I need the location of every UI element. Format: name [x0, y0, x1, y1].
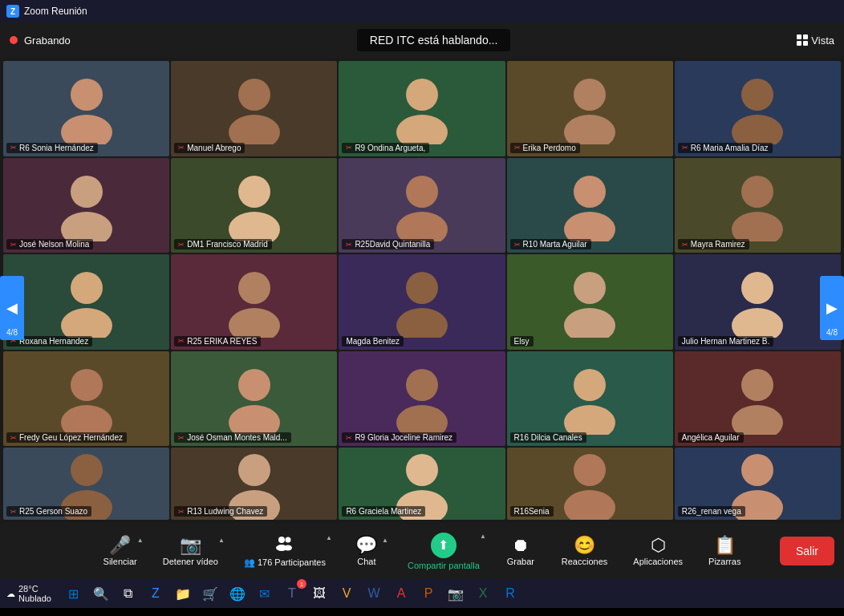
taskbar-app-edge[interactable]: 🌐 — [225, 581, 250, 606]
video-cell: R26_renan vega — [675, 448, 841, 520]
video-cell: R16 Dilcia Canales — [507, 351, 673, 447]
taskbar-app-mail[interactable]: ✉ — [252, 581, 278, 606]
participant-name: Angélica Aguilar — [682, 433, 740, 442]
video-cell: R16Senia — [507, 448, 673, 520]
toolbar-video-button[interactable]: ▲📷Detener vídeo — [150, 532, 231, 571]
taskbar-app-excel[interactable]: X — [470, 581, 496, 606]
participant-name: Mayra Ramirez — [691, 240, 745, 249]
svg-point-17 — [564, 212, 615, 241]
video-label: Detener vídeo — [163, 557, 218, 566]
taskbar-app-files[interactable]: 📁 — [170, 581, 196, 606]
taskbar-app-photos[interactable]: 🖼 — [306, 581, 332, 606]
mic-icon: ✂ — [178, 241, 185, 249]
participant-name-tag: ✂R13 Ludwing Chavez — [174, 506, 267, 517]
svg-point-10 — [71, 176, 103, 208]
svg-point-51 — [285, 537, 290, 543]
share-label: Compartir pantalla — [408, 561, 480, 570]
toolbar-whiteboards-button[interactable]: 📋Pizarras — [696, 532, 753, 571]
svg-point-48 — [741, 454, 773, 486]
participant-name-tag: ✂R9 Gloria Joceline Ramirez — [342, 432, 456, 443]
toolbar-chat-button[interactable]: ▲💬Chat — [339, 532, 395, 571]
svg-point-28 — [741, 272, 773, 304]
svg-point-32 — [238, 369, 270, 401]
participant-name: DM1 Francisco Madrid — [187, 240, 268, 249]
participant-name-tag: R16 Dilcia Canales — [510, 432, 586, 443]
toolbar-share-button[interactable]: ▲⬆Compartir pantalla — [395, 528, 493, 575]
taskbar-app-store[interactable]: 🛒 — [197, 581, 223, 606]
svg-point-53 — [284, 545, 292, 551]
vista-button[interactable]: Vista — [797, 34, 834, 47]
participant-name-tag: R6 Graciela Martinez — [342, 506, 425, 517]
toolbar-mute-button[interactable]: ▲🎤Silenciar — [91, 532, 150, 571]
participant-name: José Osman Montes Mald... — [187, 433, 287, 442]
participant-name: R25 ERIKA REYES — [187, 337, 257, 346]
caret-icon: ▲ — [218, 537, 225, 544]
reactions-label: Reacciones — [562, 557, 607, 566]
weather-widget: ☁ 28°C Nublado — [6, 584, 51, 603]
participant-name: R26_renan vega — [682, 507, 741, 516]
video-grid: ✂R6 Sonia Hernández ✂Manuel Abrego ✂R9 O… — [0, 58, 844, 523]
taskbar-app-zoom[interactable]: Z — [143, 581, 168, 606]
top-bar: Grabando RED ITC está hablando... Vista — [0, 22, 844, 58]
participant-name-tag: ✂Erika Perdomo — [510, 143, 580, 153]
apps-label: Aplicaciones — [633, 557, 683, 566]
mic-icon: ✂ — [10, 144, 17, 152]
participant-name-tag: Angélica Aguilar — [678, 432, 744, 443]
video-cell: R6 Graciela Martinez — [339, 448, 505, 520]
page-indicator-left: 4/8 — [0, 328, 24, 337]
svg-point-42 — [238, 454, 270, 486]
participant-name: R25 Gerson Suazo — [19, 507, 87, 516]
svg-point-15 — [396, 212, 448, 241]
svg-point-39 — [732, 405, 783, 435]
participant-name-tag: ✂R25 ERIKA REYES — [174, 336, 261, 346]
video-cell: ✂R25David Quintanilla — [339, 158, 505, 253]
svg-point-20 — [71, 272, 103, 304]
mic-icon: ✂ — [178, 434, 185, 442]
taskbar-apps: ⊞🔍⧉Z📁🛒🌐✉T1🖼VWAP📷XR — [61, 581, 523, 606]
taskbar-app-word[interactable]: W — [361, 581, 387, 606]
bottom-toolbar: ▲🎤Silenciar▲📷Detener vídeo▲ 👥 176 Partic… — [0, 523, 844, 579]
taskbar-app-remote[interactable]: R — [497, 581, 523, 606]
participants-label: 👥 176 Participantes — [244, 557, 326, 568]
svg-point-34 — [406, 369, 438, 401]
recording-indicator — [10, 36, 18, 44]
participant-name: R6 Sonia Hernández — [19, 144, 94, 152]
svg-point-40 — [71, 454, 103, 486]
caret-icon: ▲ — [326, 534, 332, 541]
svg-point-14 — [406, 176, 438, 208]
exit-button[interactable]: Salir — [780, 537, 834, 565]
svg-point-1 — [61, 115, 112, 144]
taskbar-app-photos2[interactable]: 📷 — [443, 581, 469, 606]
toolbar-record-button[interactable]: ⏺Grabar — [493, 532, 549, 571]
mic-icon: ✂ — [10, 434, 17, 442]
svg-point-36 — [574, 369, 606, 401]
taskbar-app-acrobat[interactable]: A — [388, 581, 414, 606]
mic-icon: ✂ — [346, 144, 352, 152]
video-cell: ✂Roxana Hernandez — [3, 254, 169, 350]
participant-name: R16Senia — [514, 507, 550, 516]
next-page-button[interactable]: ▶ 4/8 — [820, 276, 844, 340]
video-cell: ✂R25 ERIKA REYES — [171, 254, 337, 350]
svg-point-13 — [229, 212, 280, 241]
participant-name-tag: ✂Fredy Geu López Hernández — [6, 432, 127, 443]
video-cell: ✂Fredy Geu López Hernández — [3, 351, 169, 447]
taskbar-app-windows[interactable]: ⊞ — [61, 581, 87, 606]
taskbar-app-powerpoint[interactable]: P — [416, 581, 441, 606]
mic-icon: ✂ — [178, 144, 185, 152]
svg-point-4 — [406, 79, 438, 111]
toolbar-reactions-button[interactable]: 😊Reacciones — [549, 532, 620, 571]
toolbar-participants-button[interactable]: ▲ 👥 176 Participantes — [231, 529, 339, 573]
taskbar-app-taskview[interactable]: ⧉ — [116, 581, 141, 606]
taskbar-app-vpn[interactable]: V — [334, 581, 359, 606]
record-label: Grabar — [507, 557, 534, 566]
mic-icon: ✂ — [178, 337, 185, 345]
toolbar-apps-button[interactable]: ⬡Aplicaciones — [620, 532, 696, 571]
taskbar-app-search[interactable]: 🔍 — [88, 581, 114, 606]
prev-page-button[interactable]: ◀ 4/8 — [0, 276, 24, 340]
participant-name: Manuel Abrego — [187, 144, 241, 152]
recording-label: Grabando — [24, 34, 71, 47]
participant-name: R16 Dilcia Canales — [514, 433, 582, 442]
svg-point-19 — [732, 212, 783, 241]
taskbar-app-teams[interactable]: T1 — [279, 581, 305, 606]
svg-point-31 — [61, 405, 112, 435]
